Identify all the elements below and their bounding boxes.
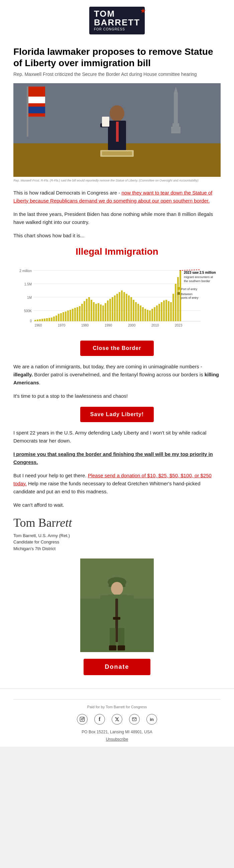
svg-rect-83 <box>163 301 165 321</box>
logo: TOM BARRETT FOR CONGRESS ★ <box>89 7 145 34</box>
body-paragraph-9: We can't afford to wait. <box>13 501 221 509</box>
svg-rect-61 <box>112 297 113 321</box>
military-svg <box>80 558 154 652</box>
svg-rect-57 <box>102 306 104 321</box>
unsubscribe-link[interactable]: Unsubscribe <box>13 737 221 742</box>
email-icon[interactable] <box>129 714 140 724</box>
svg-text:the southern border: the southern border <box>184 279 210 283</box>
signature-section: Tom Barrett Tom Barrett, U.S. Army (Ret.… <box>13 516 221 552</box>
svg-text:Between: Between <box>181 292 193 296</box>
body-paragraph-2: In the last three years, President Biden… <box>13 210 221 226</box>
svg-rect-76 <box>147 310 148 321</box>
signature-image: Tom Barrett <box>13 516 221 530</box>
svg-rect-72 <box>137 304 139 321</box>
svg-rect-67 <box>126 294 127 321</box>
svg-rect-9 <box>173 123 179 127</box>
illegally-text: illegally. <box>13 372 33 377</box>
svg-rect-75 <box>144 309 146 321</box>
svg-text:1980: 1980 <box>81 323 89 327</box>
instagram-icon[interactable] <box>77 714 88 724</box>
svg-rect-33 <box>46 318 48 321</box>
twitter-icon[interactable] <box>112 714 122 724</box>
svg-rect-41 <box>65 311 66 321</box>
linkedin-icon[interactable]: in <box>146 714 157 724</box>
svg-point-122 <box>83 718 84 718</box>
svg-rect-35 <box>51 317 53 321</box>
svg-rect-88 <box>175 284 176 321</box>
svg-rect-13 <box>116 122 119 142</box>
email-header: TOM BARRETT FOR CONGRESS ★ <box>0 0 234 39</box>
svg-rect-78 <box>151 309 153 321</box>
body-paragraph-5: It's time to put a stop to the lawlessne… <box>13 392 221 400</box>
svg-rect-31 <box>41 319 43 321</box>
svg-rect-119 <box>118 645 125 650</box>
svg-rect-112 <box>100 595 109 600</box>
svg-text:migrant encounters at: migrant encounters at <box>184 275 213 279</box>
svg-rect-46 <box>77 307 78 321</box>
svg-rect-17 <box>102 151 132 155</box>
svg-rect-86 <box>170 302 172 321</box>
svg-rect-6 <box>28 106 45 113</box>
svg-rect-34 <box>49 318 50 321</box>
svg-text:500K: 500K <box>24 309 32 313</box>
svg-rect-81 <box>158 304 160 321</box>
svg-rect-59 <box>107 301 109 321</box>
image-caption: Rep. Maxwell Frost, R-Fla. (R-Fla.) said… <box>13 179 221 182</box>
save-lady-liberty-button[interactable]: Save Lady Liberty! <box>80 407 154 422</box>
chart-svg: 2 million 1.5M 1M 500K 0 <box>13 260 221 334</box>
svg-text:2023: 2023 <box>175 323 182 327</box>
donate-button[interactable]: Donate <box>84 659 150 675</box>
main-headline: Florida lawmaker proposes to remove Stat… <box>13 46 221 68</box>
svg-rect-48 <box>81 304 83 321</box>
svg-rect-89 <box>177 277 179 321</box>
svg-rect-66 <box>123 292 125 321</box>
body-paragraph-1: This is how radical Democrats in Congres… <box>13 189 221 205</box>
body-paragraph-6: I spent 22 years in the U.S. Army defend… <box>13 429 221 445</box>
svg-text:1M: 1M <box>27 296 32 300</box>
svg-rect-10 <box>171 127 180 133</box>
svg-rect-118 <box>109 645 116 650</box>
svg-rect-113 <box>125 595 134 600</box>
svg-rect-29 <box>37 319 38 321</box>
close-border-button[interactable]: Close the Border <box>80 341 154 356</box>
svg-rect-77 <box>149 310 151 321</box>
svg-rect-30 <box>39 319 41 321</box>
svg-rect-117 <box>118 628 124 648</box>
svg-rect-115 <box>113 617 120 620</box>
email-container: TOM BARRETT FOR CONGRESS ★ Florida lawma… <box>0 0 234 747</box>
svg-rect-64 <box>119 292 120 321</box>
svg-point-11 <box>110 105 124 121</box>
svg-rect-90 <box>179 270 181 321</box>
svg-rect-65 <box>121 290 123 321</box>
svg-rect-51 <box>88 297 90 321</box>
svg-text:2 million: 2 million <box>20 269 32 273</box>
svg-text:1970: 1970 <box>58 323 65 327</box>
body-paragraph-4: We are a nation of immigrants, but today… <box>13 363 221 387</box>
hero-svg <box>13 83 221 177</box>
svg-text:2010: 2010 <box>151 323 159 327</box>
svg-rect-45 <box>74 308 76 321</box>
svg-text:1990: 1990 <box>105 323 112 327</box>
svg-point-121 <box>81 719 83 720</box>
svg-rect-114 <box>115 599 118 642</box>
logo-congress: FOR CONGRESS <box>94 27 140 31</box>
body-paragraph-8: But I need your help to get there. Pleas… <box>13 472 221 496</box>
svg-rect-42 <box>67 310 69 321</box>
svg-rect-103 <box>177 292 180 295</box>
svg-rect-56 <box>100 305 101 321</box>
main-content: Florida lawmaker proposes to remove Stat… <box>0 39 234 688</box>
svg-rect-60 <box>109 299 111 321</box>
svg-rect-82 <box>161 302 163 321</box>
svg-text:2000: 2000 <box>128 323 136 327</box>
svg-rect-38 <box>58 314 59 321</box>
svg-text:ports of entry: ports of entry <box>181 296 199 300</box>
svg-rect-50 <box>86 299 88 321</box>
svg-rect-47 <box>79 306 81 321</box>
facebook-icon[interactable]: f <box>94 714 105 724</box>
svg-text:1.5M: 1.5M <box>24 282 32 286</box>
address-text: PO Box 15221, Lansing MI 48901, USA <box>13 730 221 734</box>
svg-rect-79 <box>154 307 155 321</box>
svg-text:0: 0 <box>30 319 32 323</box>
svg-rect-63 <box>116 294 118 321</box>
svg-rect-74 <box>142 307 144 321</box>
